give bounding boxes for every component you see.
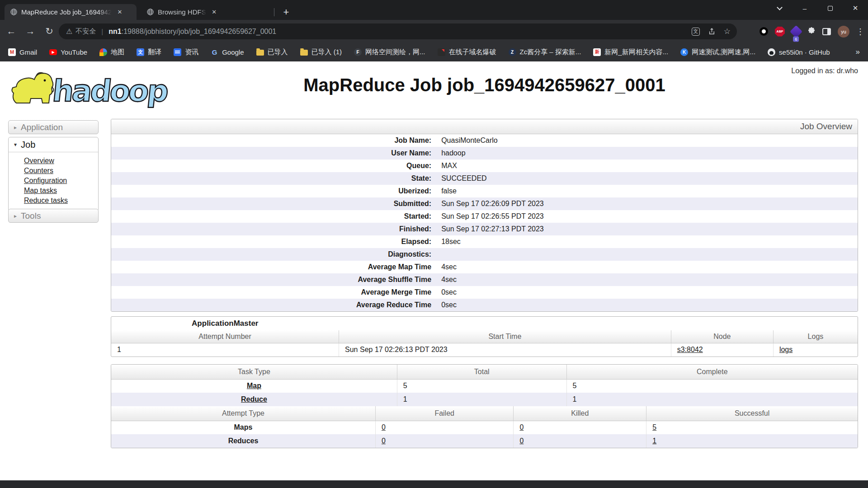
maps-failed-link[interactable]: 0 bbox=[382, 423, 386, 431]
reduces-killed-link[interactable]: 0 bbox=[519, 437, 524, 445]
reduce-complete: 1 bbox=[566, 393, 858, 406]
bookmark-news[interactable]: 资讯 bbox=[174, 48, 198, 56]
sidebar-link-map-tasks[interactable]: Map tasks bbox=[24, 186, 98, 196]
table-row: Job Name:QuasiMonteCarlo bbox=[111, 134, 858, 147]
profile-avatar[interactable]: yu bbox=[838, 26, 849, 38]
tab-browsing-hdfs[interactable]: Browsing HDFS ✕ bbox=[141, 4, 272, 20]
map-complete: 5 bbox=[566, 379, 858, 393]
close-tab-icon[interactable]: ✕ bbox=[210, 8, 219, 17]
reduce-tasks-link[interactable]: Reduce bbox=[241, 395, 267, 403]
bookmark-zc-share[interactable]: ZZc酱分享 – 探索新... bbox=[509, 48, 581, 56]
sidebar-section-tools[interactable]: ▸ Tools bbox=[8, 209, 99, 223]
globe-icon bbox=[10, 8, 18, 16]
application-master-table: ApplicationMaster Attempt Number Start T… bbox=[111, 316, 858, 357]
minimize-button[interactable]: – bbox=[792, 0, 817, 16]
extension-circle-icon[interactable] bbox=[760, 27, 768, 36]
url-path: :19888/jobhistory/job/job_1694942659627_… bbox=[122, 28, 277, 36]
folder-icon bbox=[300, 50, 308, 56]
bookmark-star-icon[interactable]: ☆ bbox=[724, 27, 731, 36]
reduce-total: 1 bbox=[397, 393, 566, 406]
logged-in-as: Logged in as: dr.who bbox=[791, 67, 858, 75]
table-row: Started:Sun Sep 17 02:26:55 PDT 2023 bbox=[111, 210, 858, 223]
share-icon[interactable] bbox=[708, 28, 716, 35]
bookmark-translate[interactable]: 文翻译 bbox=[137, 48, 161, 56]
bookmark-folder-imported-1[interactable]: 已导入 (1) bbox=[300, 48, 342, 56]
table-row: Uberized:false bbox=[111, 185, 858, 197]
github-icon bbox=[768, 48, 775, 56]
table-row: Submitted:Sun Sep 17 02:26:09 PDT 2023 bbox=[111, 197, 858, 210]
maps-attempts-label: Maps bbox=[111, 421, 375, 434]
chevron-right-icon: ▸ bbox=[14, 124, 17, 131]
reload-button[interactable]: ↻ bbox=[42, 23, 57, 39]
maps-icon bbox=[99, 48, 107, 56]
zc-icon: Z bbox=[509, 48, 516, 56]
youtube-icon: ▶ bbox=[49, 49, 57, 55]
tab-title: MapReduce Job job_1694942659627_0001 bbox=[21, 8, 112, 16]
bookmark-folder-imported[interactable]: 已导入 bbox=[256, 48, 288, 56]
task-summary-table: Task Type Total Complete Map 5 5 Reduce … bbox=[111, 364, 858, 448]
table-row: Maps 0 0 5 bbox=[111, 421, 858, 434]
bookmark-github[interactable]: se55i0n · GitHub bbox=[768, 48, 830, 56]
address-bar[interactable]: ⚠ 不安全 | nn1 :19888/jobhistory/job/job_16… bbox=[59, 23, 737, 39]
google-icon: G bbox=[211, 48, 218, 56]
node-link[interactable]: s3:8042 bbox=[677, 346, 703, 353]
sidebar-link-overview[interactable]: Overview bbox=[24, 156, 98, 166]
chevron-right-icon: ▸ bbox=[14, 213, 17, 219]
elephant-eye bbox=[44, 80, 46, 82]
extension-badge: 6 bbox=[793, 36, 799, 42]
application-master-caption: ApplicationMaster bbox=[111, 317, 339, 330]
start-time: Sun Sep 17 02:26:13 PDT 2023 bbox=[339, 343, 671, 357]
translate-icon[interactable]: 文 bbox=[692, 28, 700, 36]
reduces-successful-link[interactable]: 1 bbox=[652, 437, 656, 445]
maximize-button[interactable] bbox=[817, 0, 843, 16]
sidebar-link-reduce-tasks[interactable]: Reduce tasks bbox=[24, 196, 98, 206]
url-host: nn1 bbox=[108, 28, 121, 36]
table-header-row: Attempt Type Failed Killed Successful bbox=[111, 406, 858, 421]
bookmark-fofa[interactable]: F网络空间测绘，网... bbox=[354, 48, 425, 56]
close-window-button[interactable]: ✕ bbox=[843, 0, 868, 16]
subdomain-tool-icon bbox=[438, 48, 445, 56]
tab-search-chevron-icon[interactable] bbox=[767, 0, 792, 16]
new-tab-button[interactable]: + bbox=[279, 5, 293, 19]
fofa-icon: F bbox=[354, 48, 362, 56]
table-row: Average Shuffle Time4sec bbox=[111, 273, 858, 286]
table-row: Map 5 5 bbox=[111, 379, 858, 393]
bookmark-google[interactable]: GGoogle bbox=[211, 48, 244, 56]
close-tab-icon[interactable]: ✕ bbox=[115, 8, 124, 17]
table-header-row: Task Type Total Complete bbox=[111, 365, 858, 379]
map-tasks-link[interactable]: Map bbox=[247, 382, 261, 389]
maps-successful-link[interactable]: 5 bbox=[652, 423, 656, 431]
tab-title: Browsing HDFS bbox=[158, 8, 206, 16]
sidebar-link-configuration[interactable]: Configuration bbox=[24, 176, 98, 186]
side-panel-icon[interactable] bbox=[822, 28, 831, 35]
maps-killed-link[interactable]: 0 bbox=[519, 423, 524, 431]
bookmark-xinnet[interactable]: 新新网_新网相关内容... bbox=[593, 48, 668, 56]
bookmark-gmail[interactable]: MGmail bbox=[8, 48, 37, 56]
sidebar-job-header[interactable]: ▾ Job bbox=[9, 137, 98, 152]
not-secure-label: 不安全 bbox=[75, 27, 96, 36]
adblock-plus-icon[interactable]: ABP bbox=[775, 27, 785, 37]
bookmark-youtube[interactable]: ▶YouTube bbox=[49, 48, 87, 56]
reduces-failed-link[interactable]: 0 bbox=[382, 437, 386, 445]
sidebar-section-application[interactable]: ▸ Application bbox=[8, 120, 99, 134]
xinnet-icon: 新 bbox=[593, 48, 601, 56]
logs-link[interactable]: logs bbox=[779, 346, 793, 353]
not-secure-warning-icon[interactable]: ⚠ bbox=[66, 27, 72, 36]
extensions-puzzle-icon[interactable] bbox=[807, 27, 816, 37]
table-row: Elapsed:18sec bbox=[111, 235, 858, 248]
table-row: Average Merge Time0sec bbox=[111, 286, 858, 299]
tab-mapreduce-job[interactable]: MapReduce Job job_1694942659627_0001 ✕ bbox=[5, 4, 137, 20]
forward-button[interactable]: → bbox=[23, 23, 38, 39]
sidebar-link-counters[interactable]: Counters bbox=[24, 166, 98, 176]
bookmark-speedtest[interactable]: K网速测试,测网速,网... bbox=[680, 48, 755, 56]
bookmark-maps[interactable]: 地图 bbox=[99, 48, 124, 56]
chevron-down-icon: ▾ bbox=[14, 141, 17, 148]
bookmark-subdomain[interactable]: 在线子域名爆破 bbox=[438, 48, 496, 56]
back-button[interactable]: ← bbox=[4, 23, 19, 39]
table-row: Finished:Sun Sep 17 02:27:13 PDT 2023 bbox=[111, 223, 858, 235]
url-separator: | bbox=[101, 28, 103, 35]
bookmarks-overflow-chevron[interactable]: » bbox=[856, 47, 860, 56]
chrome-menu-icon[interactable]: ⋮ bbox=[856, 27, 864, 37]
extension-gem-icon[interactable]: 6 bbox=[790, 25, 802, 38]
window-bottom-edge bbox=[0, 480, 868, 488]
